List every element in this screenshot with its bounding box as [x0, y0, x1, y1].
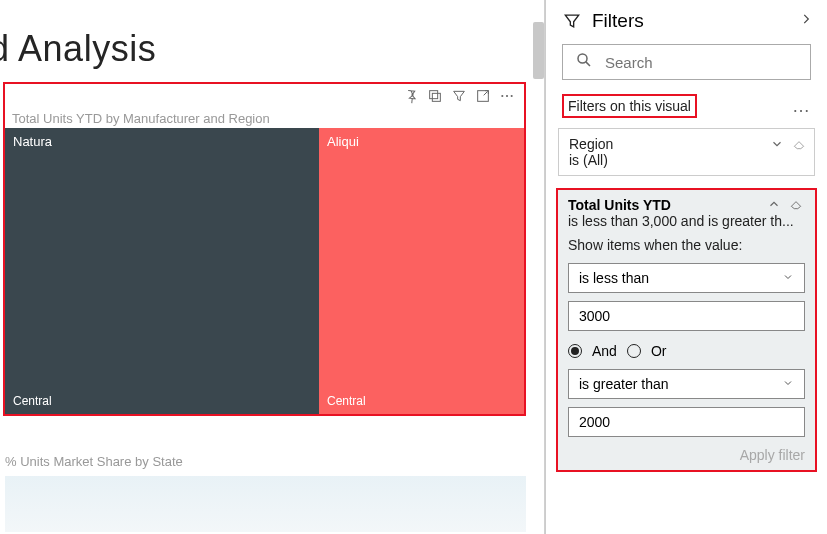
visual-title: Total Units YTD by Manufacturer and Regi…: [5, 108, 524, 128]
clear-icon[interactable]: [792, 137, 806, 154]
cell-region: Central: [13, 394, 52, 408]
treemap-cell-natura[interactable]: Natura Central: [5, 128, 319, 414]
canvas-scrollbar[interactable]: [533, 22, 544, 79]
adv-summary: is less than 3,000 and is greater th...: [568, 213, 805, 229]
clear-icon[interactable]: [789, 197, 803, 215]
radio-and-label: And: [592, 343, 617, 359]
cell-name: Natura: [13, 134, 52, 149]
app-root: end Analysis Total Units YTD by Manufact…: [0, 0, 827, 534]
chevron-up-icon[interactable]: [767, 197, 781, 215]
search-input[interactable]: [605, 54, 798, 71]
svg-point-6: [578, 54, 587, 63]
section-label: Filters on this visual: [562, 94, 697, 118]
svg-rect-0: [432, 93, 440, 101]
search-icon: [575, 51, 593, 73]
value-2-input[interactable]: [568, 407, 805, 437]
filters-header-label: Filters: [592, 10, 644, 32]
treemap-cell-aliqui[interactable]: Aliqui Central: [319, 128, 524, 414]
visual-toolbar: [5, 84, 524, 108]
funnel-icon: [562, 11, 582, 31]
chevron-down-icon: [782, 270, 794, 286]
filters-panel: Filters Filters on this visual … Region …: [545, 0, 827, 534]
radio-and[interactable]: [568, 344, 582, 358]
filter-card-total-units: Total Units YTD is less than 3,000 and i…: [556, 188, 817, 472]
operator-1-select[interactable]: is less than: [568, 263, 805, 293]
show-items-label: Show items when the value:: [568, 237, 805, 253]
page-title: end Analysis: [0, 28, 156, 70]
chevron-down-icon: [782, 376, 794, 392]
svg-point-3: [501, 95, 503, 97]
radio-or[interactable]: [627, 344, 641, 358]
svg-point-5: [511, 95, 513, 97]
chevron-right-icon[interactable]: [799, 12, 813, 30]
filter-summary: is (All): [569, 152, 804, 168]
cell-region: Central: [327, 394, 366, 408]
filter-card-body: Total Units YTD is less than 3,000 and i…: [558, 190, 815, 470]
adv-title-row: Total Units YTD: [568, 197, 805, 213]
section-header-row: Filters on this visual …: [546, 90, 827, 124]
pin-icon[interactable]: [400, 85, 422, 107]
copy-icon[interactable]: [424, 85, 446, 107]
filter-icon[interactable]: [448, 85, 470, 107]
logic-row: And Or: [568, 343, 805, 359]
operator-1-value: is less than: [579, 270, 649, 286]
operator-2-value: is greater than: [579, 376, 669, 392]
operator-2-select[interactable]: is greater than: [568, 369, 805, 399]
map-visual-title: % Units Market Share by State: [5, 454, 183, 469]
treemap-visual[interactable]: Total Units YTD by Manufacturer and Regi…: [3, 82, 526, 416]
filter-card-region[interactable]: Region is (All): [558, 128, 815, 176]
filters-header: Filters: [546, 0, 827, 44]
section-more-icon[interactable]: …: [792, 96, 811, 117]
svg-rect-1: [430, 91, 438, 99]
focus-icon[interactable]: [472, 85, 494, 107]
map-visual[interactable]: [5, 476, 526, 532]
more-icon[interactable]: [496, 85, 518, 107]
treemap-body: Natura Central Aliqui Central: [5, 128, 524, 414]
search-box[interactable]: [562, 44, 811, 80]
report-canvas: end Analysis Total Units YTD by Manufact…: [0, 0, 545, 534]
svg-point-4: [506, 95, 508, 97]
chevron-down-icon[interactable]: [770, 137, 784, 154]
radio-or-label: Or: [651, 343, 667, 359]
cell-name: Aliqui: [327, 134, 359, 149]
value-1-input[interactable]: [568, 301, 805, 331]
filter-field: Region: [569, 136, 804, 152]
search-row: [546, 44, 827, 90]
apply-filter-button[interactable]: Apply filter: [568, 447, 805, 463]
